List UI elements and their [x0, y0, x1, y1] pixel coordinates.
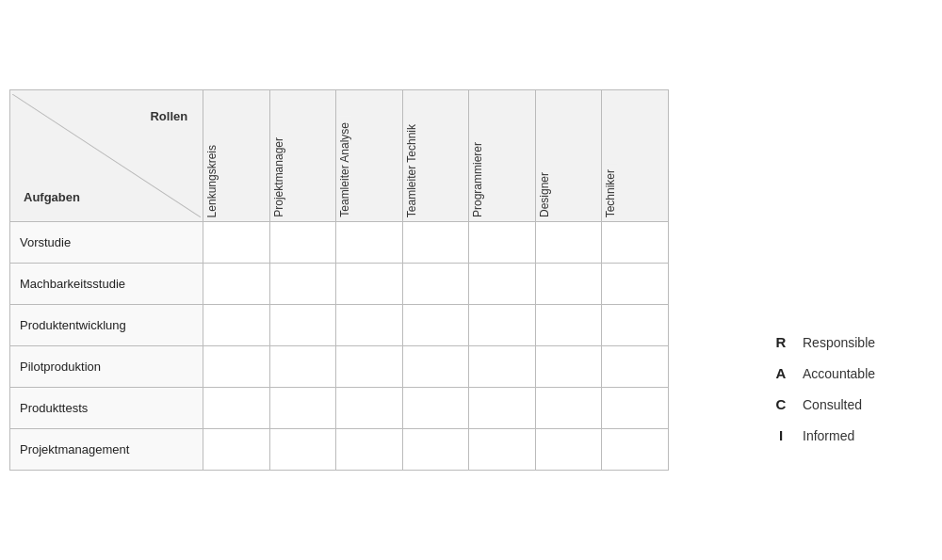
legend-item-0: RResponsible	[772, 334, 933, 350]
table-row: Projektmanagement	[10, 429, 669, 471]
row-label-4: Produkttests	[10, 388, 203, 429]
page-container: Rollen Aufgaben Lenkungskreis Projektman…	[9, 89, 933, 471]
cell-1-5	[535, 264, 602, 305]
cell-2-1	[269, 305, 336, 346]
legend-letter-2: C	[772, 396, 789, 412]
legend-item-2: CConsulted	[772, 396, 933, 412]
cell-3-1	[269, 346, 336, 388]
row-label-5: Projektmanagement	[10, 429, 203, 471]
cell-0-6	[602, 222, 669, 264]
legend-letter-3: I	[772, 427, 789, 443]
legend-item-1: AAccountable	[772, 365, 933, 381]
cell-4-0	[203, 388, 270, 429]
col-header-6: Techniker	[602, 90, 669, 222]
col-header-3: Teamleiter Technik	[402, 90, 469, 222]
raci-table-wrapper: Rollen Aufgaben Lenkungskreis Projektman…	[9, 89, 735, 471]
cell-4-5	[535, 388, 602, 429]
header-row: Rollen Aufgaben Lenkungskreis Projektman…	[10, 90, 669, 222]
cell-1-1	[269, 264, 336, 305]
cell-4-3	[402, 388, 469, 429]
col-header-2: Teamleiter Analyse	[336, 90, 403, 222]
cell-3-3	[402, 346, 469, 388]
col-header-5: Designer	[535, 90, 602, 222]
legend-label-3: Informed	[803, 428, 854, 443]
cell-0-4	[469, 222, 536, 264]
cell-2-3	[402, 305, 469, 346]
cell-1-3	[402, 264, 469, 305]
cell-3-0	[203, 346, 270, 388]
row-label-0: Vorstudie	[10, 222, 203, 264]
row-label-1: Machbarkeitsstudie	[10, 264, 203, 305]
cell-5-5	[535, 429, 602, 471]
col-header-4: Programmierer	[469, 90, 536, 222]
cell-2-0	[203, 305, 270, 346]
raci-table: Rollen Aufgaben Lenkungskreis Projektman…	[9, 89, 669, 471]
cell-5-4	[469, 429, 536, 471]
cell-5-2	[336, 429, 403, 471]
table-row: Pilotproduktion	[10, 346, 669, 388]
cell-3-5	[535, 346, 602, 388]
cell-1-6	[602, 264, 669, 305]
cell-2-4	[469, 305, 536, 346]
table-row: Produktentwicklung	[10, 305, 669, 346]
cell-4-6	[602, 388, 669, 429]
cell-0-0	[203, 222, 270, 264]
cell-2-5	[535, 305, 602, 346]
legend-item-3: IInformed	[772, 427, 933, 443]
cell-2-6	[602, 305, 669, 346]
legend-label-1: Accountable	[803, 366, 875, 381]
rollen-label: Rollen	[150, 109, 187, 123]
aufgaben-label: Aufgaben	[24, 190, 80, 204]
row-label-3: Pilotproduktion	[10, 346, 203, 388]
cell-5-3	[402, 429, 469, 471]
cell-4-4	[469, 388, 536, 429]
cell-0-3	[402, 222, 469, 264]
table-row: Vorstudie	[10, 222, 669, 264]
legend-letter-0: R	[772, 334, 789, 350]
cell-1-2	[336, 264, 403, 305]
diagonal-header-cell: Rollen Aufgaben	[10, 90, 203, 222]
cell-1-4	[469, 264, 536, 305]
cell-3-2	[336, 346, 403, 388]
table-row: Machbarkeitsstudie	[10, 264, 669, 305]
col-header-0: Lenkungskreis	[203, 90, 270, 222]
cell-5-1	[269, 429, 336, 471]
cell-4-1	[269, 388, 336, 429]
table-row: Produkttests	[10, 388, 669, 429]
cell-0-1	[269, 222, 336, 264]
cell-3-4	[469, 346, 536, 388]
cell-0-5	[535, 222, 602, 264]
cell-2-2	[336, 305, 403, 346]
cell-5-0	[203, 429, 270, 471]
legend: RResponsibleAAccountableCConsultedIInfor…	[772, 334, 933, 443]
cell-4-2	[336, 388, 403, 429]
cell-3-6	[602, 346, 669, 388]
row-label-2: Produktentwicklung	[10, 305, 203, 346]
legend-label-2: Consulted	[803, 397, 862, 412]
legend-letter-1: A	[772, 365, 789, 381]
cell-5-6	[602, 429, 669, 471]
col-header-1: Projektmanager	[269, 90, 336, 222]
legend-label-0: Responsible	[803, 335, 875, 350]
raci-body: VorstudieMachbarkeitsstudieProduktentwic…	[10, 222, 669, 471]
cell-1-0	[203, 264, 270, 305]
cell-0-2	[336, 222, 403, 264]
